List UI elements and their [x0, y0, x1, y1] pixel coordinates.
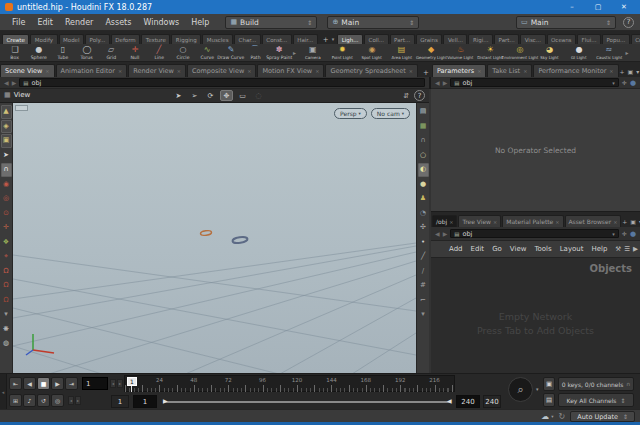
recook-icon[interactable]: ↻	[559, 412, 566, 421]
shelf-tool[interactable]: ∿ Curve	[195, 45, 219, 60]
playback-button[interactable]: ▶	[51, 377, 64, 390]
pin-icon[interactable]: ✛	[622, 230, 627, 237]
shelf-tab[interactable]: Create	[2, 34, 29, 44]
playbar-side-icon[interactable]: ▤	[543, 393, 555, 407]
network-menu-item[interactable]: Layout	[556, 245, 588, 253]
set-key-button[interactable]: ⌕	[508, 377, 533, 402]
display-option-icon[interactable]: ∕	[418, 265, 429, 279]
recent-nodes-icon[interactable]: ●	[630, 230, 636, 238]
network-editor[interactable]: Objects Empty Network Press Tab to Add O…	[431, 258, 640, 373]
close-tab-icon[interactable]: ×	[449, 219, 453, 225]
recent-nodes-icon[interactable]: ●	[630, 79, 636, 87]
shelf-tab[interactable]: Part...	[494, 34, 519, 44]
shelf-tool[interactable]: ● GI Light	[564, 45, 594, 60]
step-back-button[interactable]: ◂	[110, 379, 116, 388]
playbar-edge-handle[interactable]: ◂	[0, 374, 7, 410]
shelf-tab[interactable]: Popu...	[602, 34, 630, 44]
key-options-icon[interactable]: ▾	[536, 386, 539, 392]
viewport-mode-label[interactable]: View	[14, 91, 31, 99]
shelf-tab[interactable]: Oceans	[547, 34, 576, 44]
viewport-toolbar-icon[interactable]: ▾	[1, 308, 12, 322]
key-mode-selector[interactable]: Key All Channels ⇕	[558, 393, 634, 407]
pane-split-icon[interactable]: ▣	[630, 218, 636, 225]
viewport-layout-icon[interactable]: ▦	[4, 91, 11, 99]
shelf-tool[interactable]: ▱ Grid	[99, 45, 123, 60]
close-tab-icon[interactable]: ×	[45, 68, 49, 74]
link-pane-icon[interactable]: ⇵	[403, 92, 409, 100]
display-option-icon[interactable]: ∩	[418, 134, 429, 148]
display-option-icon[interactable]: ◐	[418, 163, 429, 177]
step-forward-button[interactable]: ▸	[117, 379, 123, 388]
chevron-down-icon[interactable]: ▾	[551, 414, 553, 419]
close-tab-icon[interactable]: ×	[409, 68, 413, 74]
close-tab-icon[interactable]: ×	[177, 68, 181, 74]
path-dropdown-icon[interactable]: ▾	[612, 80, 615, 86]
pane-tab[interactable]: Composite View ×	[187, 64, 256, 77]
maximize-button[interactable]: ▢	[587, 3, 609, 11]
close-tab-icon[interactable]: ×	[523, 68, 527, 74]
display-option-icon[interactable]: ✣	[418, 221, 429, 235]
shelf-tool[interactable]: ⌒ Path	[243, 45, 267, 60]
keys-info-field[interactable]: 0 keys, 0/0 channels ∩	[558, 377, 634, 391]
network-menu-icon[interactable]: ⚒	[615, 245, 621, 253]
viewport-toolbar-icon[interactable]: Ω	[1, 279, 12, 293]
range-slider-track[interactable]	[163, 401, 451, 403]
shelf-tool[interactable]: ◕ Sky Light	[535, 45, 565, 60]
pane-tab[interactable]: Animation Editor ×	[56, 64, 128, 77]
close-tab-icon[interactable]: ×	[555, 219, 559, 225]
add-pane-tab-button[interactable]: +	[622, 218, 627, 225]
network-menu-item[interactable]: Tools	[530, 245, 555, 253]
viewport-toolbar-icon[interactable]: ◉	[1, 178, 12, 192]
shelf-tab[interactable]: Rigi...	[468, 34, 493, 44]
range-back-button[interactable]: ◂	[68, 396, 74, 405]
shelf-tool[interactable]: ◆ Geometry Light	[416, 45, 446, 60]
playback-button[interactable]: ◀	[23, 377, 36, 390]
global-start-field[interactable]: 1	[111, 395, 129, 408]
close-tab-icon[interactable]: ×	[613, 219, 617, 225]
display-option-icon[interactable]: ♟	[418, 192, 429, 206]
viewport-tool-icon[interactable]: ➤	[172, 90, 185, 101]
tools-overflow-icon[interactable]: ▸	[624, 49, 631, 56]
shelf-tab[interactable]: Muscles	[202, 34, 233, 44]
back-icon[interactable]: ◀	[4, 79, 9, 86]
shelf-tab[interactable]: Vell...	[443, 34, 467, 44]
back-icon[interactable]: ◀	[435, 230, 440, 237]
pane-tab[interactable]: Geometry Spreadsheet ×	[325, 64, 418, 77]
display-option-icon[interactable]: ⌐	[418, 294, 429, 308]
shelf-tab[interactable]: Modify	[30, 34, 57, 44]
playback-button[interactable]: ⇤	[9, 377, 22, 390]
viewport-tool-icon[interactable]: ◌	[252, 90, 265, 101]
network-tab[interactable]: Material Palette ×	[502, 215, 563, 227]
desktop-selector[interactable]: ▦ Build ⇕	[225, 16, 317, 29]
pane-tab[interactable]: Performance Monitor ×	[533, 64, 618, 77]
menu-item[interactable]: Windows	[137, 18, 185, 27]
viewport-toolbar-icon[interactable]: ⊙	[1, 207, 12, 221]
params-path-field[interactable]: ▤ obj ▾	[450, 78, 619, 87]
current-frame-field[interactable]: 1	[82, 377, 108, 390]
update-mode-selector[interactable]: Auto Update ⇕	[570, 411, 635, 422]
shelf-tab[interactable]: Deform	[111, 34, 140, 44]
menu-item[interactable]: Render	[59, 18, 99, 27]
add-pane-tab-button[interactable]: +	[620, 68, 625, 75]
shelf-tool[interactable]: ✛ Null	[123, 45, 147, 60]
shelf-tab[interactable]: Ligh...	[337, 34, 363, 44]
pane-tab[interactable]: Parameters ×	[432, 64, 486, 77]
network-menu-icon[interactable]: ▶	[633, 245, 638, 253]
global-end-field[interactable]: 240	[483, 395, 501, 408]
shelf-tab[interactable]: Char...	[234, 34, 261, 44]
camera-selector[interactable]: No cam ▾	[371, 108, 410, 119]
network-tab[interactable]: Tree View ×	[458, 215, 501, 227]
network-path-field[interactable]: ▤ obj ▾	[450, 229, 619, 238]
viewport-tool-icon[interactable]: ▭	[236, 90, 249, 101]
pane-tab[interactable]: Motion FX View ×	[257, 64, 324, 77]
main-take-selector[interactable]: ⊕ Main ⇕	[327, 16, 419, 29]
network-menu-item[interactable]: Edit	[467, 245, 489, 253]
viewport-toolbar-icon[interactable]: ∩	[1, 163, 12, 177]
shelf-tool[interactable]: ◎ Environment Light	[505, 45, 535, 60]
viewport-toolbar-icon[interactable]: ✛	[1, 221, 12, 235]
playback-button[interactable]: ■	[37, 377, 50, 390]
shelf-tool[interactable]: ✹ Point Light	[328, 45, 358, 60]
range-start-field[interactable]: 1	[133, 395, 157, 408]
shelf-tool[interactable]: ◉ Spot Light	[357, 45, 387, 60]
viewport-toolbar-icon[interactable]: ❖	[1, 236, 12, 250]
